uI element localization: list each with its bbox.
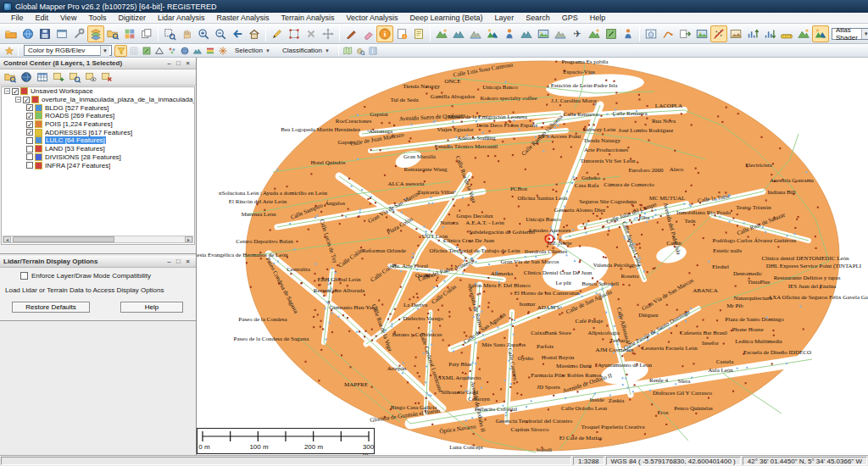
layereye-icon[interactable] bbox=[82, 70, 98, 85]
mapicon-icon[interactable] bbox=[342, 45, 354, 57]
brush-icon[interactable] bbox=[342, 25, 359, 42]
map-canvas[interactable] bbox=[197, 58, 868, 455]
menu-layer[interactable]: Layer bbox=[489, 14, 520, 22]
balls-icon[interactable] bbox=[165, 45, 178, 57]
openmag-icon[interactable] bbox=[2, 70, 18, 85]
xgray-icon[interactable] bbox=[303, 25, 320, 42]
info-icon[interactable]: i bbox=[376, 25, 393, 42]
layer-label[interactable]: ROADS [269 Features] bbox=[45, 112, 114, 119]
mtn2-icon[interactable] bbox=[191, 45, 203, 57]
layer-label[interactable]: LULC [64 Features] bbox=[45, 136, 106, 144]
atlas-icon[interactable] bbox=[484, 25, 501, 42]
layer-row[interactable]: ✓ROADS [269 Features] bbox=[2, 112, 194, 120]
greenbox-icon[interactable] bbox=[140, 45, 153, 57]
globed-icon[interactable] bbox=[18, 70, 34, 85]
copy-icon[interactable] bbox=[138, 25, 155, 42]
greenbox-icon[interactable] bbox=[603, 25, 620, 42]
map-view[interactable]: Programa Es pabilaEspacio-VíasCalle Luis… bbox=[197, 58, 868, 455]
scrollbar-thumb[interactable] bbox=[13, 236, 114, 242]
mtn-icon[interactable] bbox=[433, 25, 450, 42]
menu-help[interactable]: Help bbox=[584, 14, 612, 22]
cubemag-icon[interactable] bbox=[354, 45, 367, 57]
layer-row[interactable]: LAND [53 Features] bbox=[2, 145, 194, 153]
back-icon[interactable] bbox=[229, 25, 246, 42]
menu-edit[interactable]: Edit bbox=[30, 14, 55, 22]
home-icon[interactable] bbox=[246, 25, 263, 42]
window3d-icon[interactable] bbox=[643, 25, 659, 42]
zoomout-icon[interactable] bbox=[212, 25, 229, 42]
move-icon[interactable] bbox=[320, 25, 337, 42]
menu-raster-analysis[interactable]: Raster Analysis bbox=[210, 14, 275, 22]
zoomin-icon[interactable] bbox=[195, 25, 212, 42]
expand-icon[interactable]: − bbox=[4, 88, 10, 94]
layer-label[interactable]: Unsaved Workspace bbox=[31, 87, 93, 95]
scroll-right-icon[interactable]: ► bbox=[185, 236, 192, 242]
flypath-icon[interactable] bbox=[659, 25, 676, 42]
openmag-icon[interactable] bbox=[104, 25, 121, 42]
atlas-shader-combo[interactable]: Atlas Shader▼ bbox=[832, 28, 868, 40]
layer-row[interactable]: ✓BLDG [527 Features] bbox=[2, 103, 194, 112]
scroll-left-icon[interactable]: ◄ bbox=[3, 236, 11, 242]
docarrow-icon[interactable] bbox=[676, 25, 693, 42]
burst-icon[interactable] bbox=[216, 45, 229, 57]
note-icon[interactable] bbox=[410, 25, 427, 42]
maximize-icon[interactable]: □ bbox=[174, 258, 183, 266]
menu-file[interactable]: File bbox=[5, 14, 30, 22]
tri-icon[interactable] bbox=[153, 45, 165, 57]
mtn2-icon[interactable] bbox=[518, 25, 535, 42]
enforce-compat-checkbox[interactable] bbox=[20, 272, 28, 280]
menu-deep-learning-beta-[interactable]: Deep Learning (Beta) bbox=[404, 14, 489, 22]
maximize-icon[interactable]: □ bbox=[174, 59, 183, 68]
layer-checkbox[interactable] bbox=[26, 146, 33, 153]
expand-icon[interactable]: − bbox=[15, 97, 21, 103]
lidarsl-icon[interactable] bbox=[710, 25, 727, 42]
mtn3-icon[interactable] bbox=[467, 25, 484, 42]
selection-dropdown[interactable]: Selection▼ bbox=[231, 45, 275, 56]
mtn-icon[interactable] bbox=[795, 25, 812, 42]
restore-defaults-button[interactable]: Restore Defaults bbox=[12, 302, 90, 313]
layer-row[interactable]: DIVISIONS [28 Features] bbox=[2, 153, 194, 162]
layer-checkbox[interactable]: ✓ bbox=[26, 121, 33, 128]
person-icon[interactable] bbox=[620, 25, 637, 42]
menu-tools[interactable]: Tools bbox=[82, 14, 112, 22]
layer-label[interactable]: POIS [1,224 Features] bbox=[45, 120, 113, 128]
menu-view[interactable]: View bbox=[54, 14, 82, 22]
layer-label[interactable]: INFRA [247 Features] bbox=[45, 162, 110, 169]
eraser-icon[interactable] bbox=[359, 25, 376, 42]
atlas-icon[interactable] bbox=[812, 25, 829, 42]
layerx-icon[interactable] bbox=[98, 70, 114, 85]
layer-checkbox[interactable]: ✓ bbox=[26, 113, 33, 119]
swatch-icon[interactable] bbox=[203, 45, 216, 57]
globe-icon[interactable] bbox=[19, 25, 36, 42]
layer-row[interactable]: LULC [64 Features] bbox=[2, 136, 194, 145]
layer-row[interactable]: INFRA [247 Features] bbox=[2, 161, 194, 169]
layer-label[interactable]: DIVISIONS [28 Features] bbox=[45, 153, 121, 161]
folder-icon[interactable] bbox=[3, 25, 19, 42]
menu-vector-analysis[interactable]: Vector Analysis bbox=[341, 14, 404, 22]
wrench-icon[interactable] bbox=[70, 25, 87, 42]
menu-search[interactable]: Search bbox=[520, 14, 556, 22]
panelicon-icon[interactable] bbox=[367, 45, 380, 57]
person-icon[interactable] bbox=[501, 25, 518, 42]
mtn-icon[interactable] bbox=[586, 25, 603, 42]
layer-checkbox[interactable]: ✓ bbox=[23, 97, 30, 103]
layermag-icon[interactable] bbox=[66, 70, 82, 85]
window-icon[interactable] bbox=[53, 25, 70, 42]
help-button[interactable]: Help bbox=[120, 302, 183, 313]
plane-icon[interactable]: ✈ bbox=[569, 25, 586, 42]
menu-digitizer[interactable]: Digitizer bbox=[112, 14, 152, 22]
menu-gps[interactable]: GPS bbox=[556, 14, 584, 22]
imgframe-icon[interactable] bbox=[535, 25, 552, 42]
sphere-icon[interactable] bbox=[178, 45, 191, 57]
layer-row[interactable]: −✓Unsaved Workspace bbox=[2, 87, 194, 96]
layer-label[interactable]: BLDG [527 Features] bbox=[45, 104, 109, 112]
layer-tree[interactable]: −✓Unsaved Workspace−✓overture_la_inmacul… bbox=[1, 86, 195, 245]
mtn2-icon[interactable] bbox=[450, 25, 467, 42]
funnel-icon[interactable] bbox=[114, 45, 127, 57]
layer-row[interactable]: ✓ADDRESSES [617 Features] bbox=[2, 128, 194, 136]
mtn3-icon[interactable] bbox=[552, 25, 569, 42]
layer-checkbox[interactable] bbox=[26, 137, 33, 144]
measure-icon[interactable] bbox=[778, 25, 795, 42]
classification-dropdown[interactable]: Classification▼ bbox=[278, 45, 334, 56]
layers-icon[interactable] bbox=[87, 25, 104, 42]
